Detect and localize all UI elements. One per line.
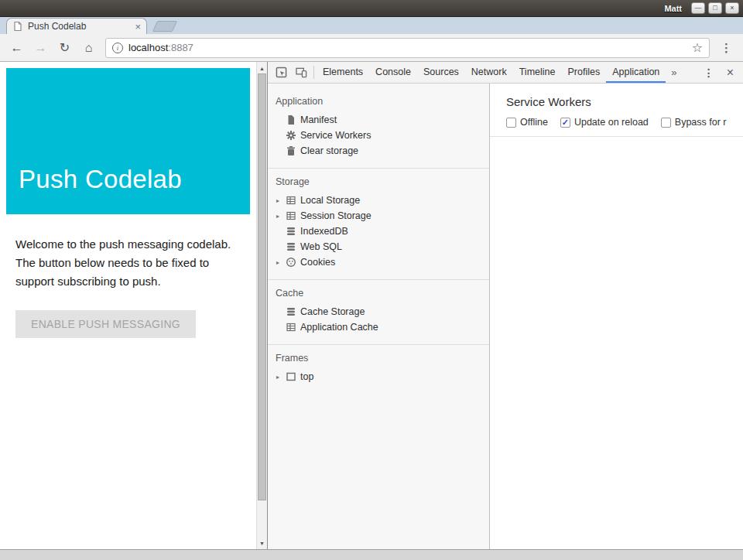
sidebar-item-cache-storage[interactable]: Cache Storage [268,304,489,319]
sidebar-item-indexeddb[interactable]: IndexedDB [268,224,489,239]
sidebar-item-top-frame[interactable]: ▸ top [268,369,489,384]
inspect-element-icon[interactable] [271,63,291,83]
window-title: Matt [664,4,682,13]
sidebar-item-label: Service Workers [300,130,371,141]
checkbox-label: Bypass for r [675,117,727,128]
section-title: Cache [268,285,489,304]
address-bar[interactable]: i localhost:8887 ☆ [105,38,710,58]
sidebar-item-web-sql[interactable]: Web SQL [268,239,489,254]
trash-icon [286,145,300,156]
info-icon[interactable]: i [112,43,123,53]
tab-console[interactable]: Console [369,62,417,83]
expander-icon[interactable]: ▸ [276,213,286,220]
sidebar-section-application: Application Manifest Service Workers [268,88,489,169]
maximize-button[interactable]: □ [708,2,722,14]
device-toolbar-icon[interactable] [291,63,311,83]
sidebar-section-frames: Frames ▸ top [268,345,489,394]
window-titlebar[interactable]: Matt — □ × [0,0,743,17]
sidebar-item-manifest[interactable]: Manifest [268,112,489,128]
sidebar-item-label: top [300,371,313,382]
page-paragraph: Welcome to the push messaging codelab. T… [15,235,248,291]
sidebar-item-label: Application Cache [300,322,378,333]
panel-title: Service Workers [490,84,743,108]
tab-title: Push Codelab [28,21,130,32]
update-on-reload-checkbox[interactable]: ✓ Update on reload [560,117,649,128]
url-port: :8887 [168,42,193,53]
devtools-body: Application Manifest Service Workers [268,84,743,549]
new-tab-button[interactable] [152,21,177,32]
sidebar-item-cookies[interactable]: ▸ Cookies [268,254,489,270]
section-title: Frames [268,350,489,369]
tab-application[interactable]: Application [606,62,666,83]
devtools-panel: Elements Console Sources Network Timelin… [267,62,743,549]
devtools-toolbar-right: ⋮ × [697,66,740,80]
browser-tab[interactable]: Push Codelab × [6,18,147,34]
tab-close-icon[interactable]: × [135,22,141,32]
home-button[interactable]: ⌂ [78,42,99,54]
enable-push-button[interactable]: ENABLE PUSH MESSAGING [15,310,196,338]
devtools-close-icon[interactable]: × [721,66,740,80]
browser-toolbar: ← → ↻ ⌂ i localhost:8887 ☆ ⋮ [0,34,743,62]
expander-icon[interactable]: ▸ [276,374,286,381]
sidebar-item-label: Cache Storage [300,306,365,317]
page-title: Push Codelab [19,165,182,194]
expander-icon[interactable]: ▸ [276,197,286,204]
section-title: Application [268,93,489,112]
tab-timeline[interactable]: Timeline [513,62,562,83]
back-button[interactable]: ← [6,42,27,54]
devtools-menu-icon[interactable]: ⋮ [697,67,721,79]
checkbox-unchecked-icon[interactable] [506,118,516,128]
sidebar-item-clear-storage[interactable]: Clear storage [268,143,489,159]
database-icon [286,241,300,252]
sidebar-item-session-storage[interactable]: ▸ Session Storage [268,208,489,224]
url-text: localhost:8887 [128,42,193,53]
offline-checkbox[interactable]: Offline [506,117,548,128]
tab-network[interactable]: Network [465,62,513,83]
tab-sources[interactable]: Sources [417,62,465,83]
scrollbar-thumb[interactable] [258,73,266,500]
checkbox-label: Update on reload [574,117,649,128]
close-button[interactable]: × [725,2,739,14]
browser-menu-icon[interactable]: ⋮ [716,41,737,55]
bypass-for-network-checkbox[interactable]: Bypass for r [661,117,727,128]
sidebar-item-application-cache[interactable]: Application Cache [268,319,489,335]
database-icon [286,306,300,317]
section-title: Storage [268,173,489,193]
sidebar-item-label: Web SQL [300,241,342,252]
web-page-content: Push Codelab Welcome to the push messagi… [0,62,256,549]
forward-button[interactable]: → [30,42,51,54]
service-workers-panel: Service Workers Offline ✓ Update on relo… [490,84,743,549]
sidebar-section-storage: Storage ▸ Local Storage ▸ Session Storag… [268,169,489,280]
gear-icon [286,130,300,141]
devtools-toolbar: Elements Console Sources Network Timelin… [268,62,743,84]
sidebar-section-cache: Cache Cache Storage Application Cache [268,280,489,345]
database-icon [286,226,300,237]
more-tabs-icon[interactable]: » [666,67,682,78]
scrollbar-up-icon[interactable]: ▲ [257,63,267,73]
sidebar-item-local-storage[interactable]: ▸ Local Storage [268,193,489,208]
frame-icon [286,371,300,382]
bookmark-star-icon[interactable]: ☆ [692,42,703,54]
checkbox-checked-icon[interactable]: ✓ [560,118,570,128]
sidebar-item-label: Cookies [300,257,335,268]
table-icon [286,210,300,221]
minimize-button[interactable]: — [691,2,705,14]
scrollbar-down-icon[interactable]: ▼ [257,538,267,548]
sidebar-item-label: Local Storage [300,195,360,206]
sidebar-item-label: Clear storage [300,145,358,156]
checkbox-unchecked-icon[interactable] [661,118,671,128]
expander-icon[interactable]: ▸ [276,259,286,266]
checkbox-label: Offline [520,117,548,128]
browser-window: Matt — □ × Push Codelab × ← → ↻ ⌂ i loca… [0,0,743,560]
tab-profiles[interactable]: Profiles [561,62,606,83]
service-worker-options: Offline ✓ Update on reload Bypass for r [490,108,743,137]
cookie-icon [286,257,300,268]
tab-elements[interactable]: Elements [317,62,369,83]
page-scrollbar[interactable]: ▲ ▼ [256,62,267,549]
window-bottom-edge [0,549,743,560]
sidebar-item-label: Manifest [300,114,337,125]
sidebar-item-service-workers[interactable]: Service Workers [268,128,489,143]
document-icon [286,114,300,125]
web-page-viewport: Push Codelab Welcome to the push messagi… [0,62,267,549]
reload-button[interactable]: ↻ [54,42,75,54]
